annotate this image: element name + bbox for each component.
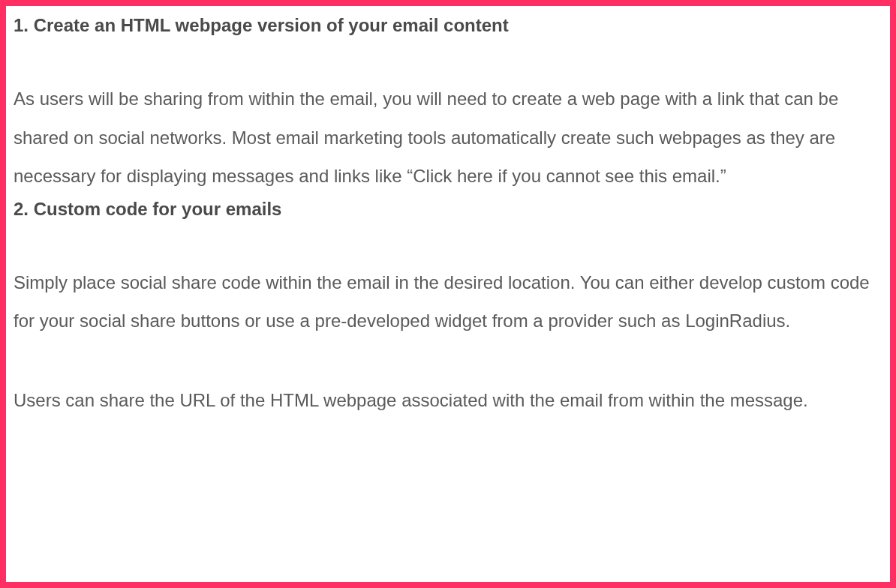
section-2-paragraph-1: Simply place social share code within th…: [14, 263, 882, 340]
section-1-paragraph-1: As users will be sharing from within the…: [14, 80, 882, 196]
section-2-heading: 2. Custom code for your emails: [14, 196, 882, 223]
section-1: 1. Create an HTML webpage version of you…: [14, 12, 882, 196]
section-2-paragraph-2: Users can share the URL of the HTML webp…: [14, 381, 882, 420]
section-1-heading: 1. Create an HTML webpage version of you…: [14, 12, 882, 39]
content-frame: 1. Create an HTML webpage version of you…: [0, 0, 896, 588]
section-2: 2. Custom code for your emails Simply pl…: [14, 196, 882, 420]
